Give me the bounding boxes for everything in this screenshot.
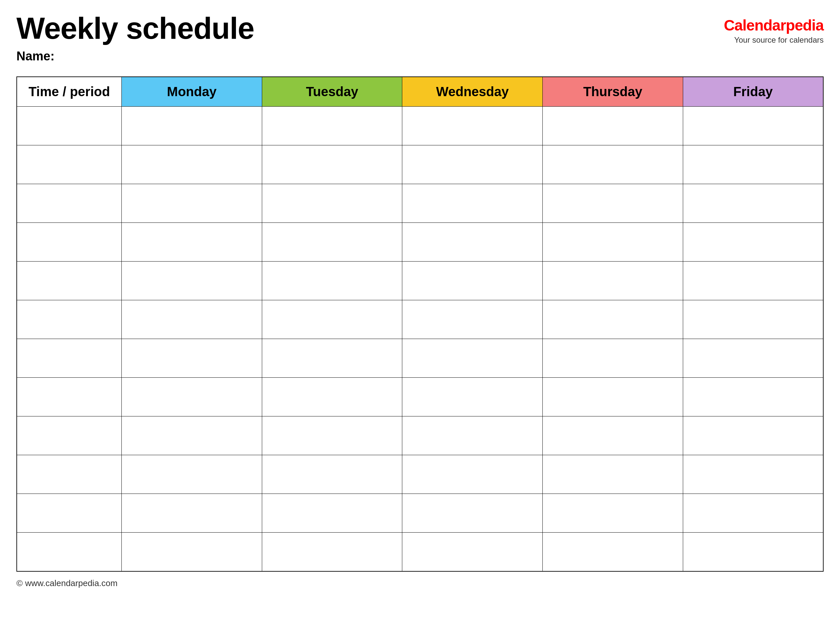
footer-url: © www.calendarpedia.com (16, 578, 117, 588)
cell-row7-col1[interactable] (122, 378, 262, 416)
cell-row2-col2[interactable] (262, 184, 402, 223)
cell-row6-col2[interactable] (262, 339, 402, 378)
cell-row7-col5[interactable] (683, 378, 823, 416)
cell-row8-col1[interactable] (122, 416, 262, 455)
footer: © www.calendarpedia.com (16, 578, 824, 588)
table-row (17, 145, 823, 184)
cell-row10-col1[interactable] (122, 494, 262, 533)
table-row (17, 416, 823, 455)
cell-row5-col0[interactable] (17, 300, 122, 339)
cell-row1-col1[interactable] (122, 145, 262, 184)
cell-row1-col0[interactable] (17, 145, 122, 184)
cell-row11-col5[interactable] (683, 533, 823, 571)
cell-row7-col4[interactable] (543, 378, 683, 416)
cell-row1-col4[interactable] (543, 145, 683, 184)
cell-row9-col0[interactable] (17, 455, 122, 494)
cell-row3-col4[interactable] (543, 223, 683, 262)
cell-row11-col3[interactable] (402, 533, 543, 571)
table-row (17, 533, 823, 571)
table-row (17, 339, 823, 378)
cell-row0-col4[interactable] (543, 107, 683, 145)
table-row (17, 455, 823, 494)
logo-accent: pedia (786, 17, 824, 34)
cell-row4-col2[interactable] (262, 262, 402, 300)
cell-row3-col2[interactable] (262, 223, 402, 262)
cell-row4-col4[interactable] (543, 262, 683, 300)
cell-row11-col0[interactable] (17, 533, 122, 571)
cell-row0-col2[interactable] (262, 107, 402, 145)
cell-row9-col2[interactable] (262, 455, 402, 494)
cell-row7-col3[interactable] (402, 378, 543, 416)
col-header-tuesday: Tuesday (262, 77, 402, 107)
cell-row10-col5[interactable] (683, 494, 823, 533)
cell-row9-col1[interactable] (122, 455, 262, 494)
cell-row6-col1[interactable] (122, 339, 262, 378)
cell-row8-col2[interactable] (262, 416, 402, 455)
cell-row4-col3[interactable] (402, 262, 543, 300)
logo-tagline: Your source for calendars (734, 35, 824, 44)
cell-row9-col4[interactable] (543, 455, 683, 494)
cell-row6-col3[interactable] (402, 339, 543, 378)
cell-row10-col0[interactable] (17, 494, 122, 533)
cell-row5-col4[interactable] (543, 300, 683, 339)
cell-row5-col1[interactable] (122, 300, 262, 339)
table-row (17, 378, 823, 416)
cell-row4-col0[interactable] (17, 262, 122, 300)
cell-row7-col2[interactable] (262, 378, 402, 416)
cell-row11-col1[interactable] (122, 533, 262, 571)
cell-row0-col5[interactable] (683, 107, 823, 145)
cell-row1-col3[interactable] (402, 145, 543, 184)
cell-row6-col0[interactable] (17, 339, 122, 378)
cell-row11-col4[interactable] (543, 533, 683, 571)
cell-row9-col5[interactable] (683, 455, 823, 494)
cell-row2-col3[interactable] (402, 184, 543, 223)
col-header-wednesday: Wednesday (402, 77, 543, 107)
table-header-row: Time / period Monday Tuesday Wednesday T… (17, 77, 823, 107)
cell-row2-col5[interactable] (683, 184, 823, 223)
cell-row7-col0[interactable] (17, 378, 122, 416)
col-header-monday: Monday (122, 77, 262, 107)
cell-row11-col2[interactable] (262, 533, 402, 571)
table-row (17, 494, 823, 533)
logo-text: Calendarpedia (724, 16, 824, 34)
cell-row6-col5[interactable] (683, 339, 823, 378)
schedule-table: Time / period Monday Tuesday Wednesday T… (16, 76, 824, 572)
cell-row2-col0[interactable] (17, 184, 122, 223)
logo-main: Calendar (724, 17, 786, 34)
cell-row3-col0[interactable] (17, 223, 122, 262)
cell-row10-col2[interactable] (262, 494, 402, 533)
cell-row5-col3[interactable] (402, 300, 543, 339)
cell-row10-col4[interactable] (543, 494, 683, 533)
cell-row2-col4[interactable] (543, 184, 683, 223)
logo-area: Calendarpedia Your source for calendars (724, 13, 824, 44)
cell-row10-col3[interactable] (402, 494, 543, 533)
cell-row2-col1[interactable] (122, 184, 262, 223)
table-row (17, 262, 823, 300)
cell-row1-col2[interactable] (262, 145, 402, 184)
table-row (17, 300, 823, 339)
col-header-friday: Friday (683, 77, 823, 107)
cell-row3-col3[interactable] (402, 223, 543, 262)
cell-row5-col2[interactable] (262, 300, 402, 339)
table-row (17, 107, 823, 145)
cell-row4-col1[interactable] (122, 262, 262, 300)
cell-row3-col1[interactable] (122, 223, 262, 262)
cell-row5-col5[interactable] (683, 300, 823, 339)
cell-row6-col4[interactable] (543, 339, 683, 378)
col-header-thursday: Thursday (543, 77, 683, 107)
cell-row0-col3[interactable] (402, 107, 543, 145)
cell-row8-col5[interactable] (683, 416, 823, 455)
cell-row3-col5[interactable] (683, 223, 823, 262)
cell-row1-col5[interactable] (683, 145, 823, 184)
cell-row8-col4[interactable] (543, 416, 683, 455)
col-header-time: Time / period (17, 77, 122, 107)
schedule-body (17, 107, 823, 571)
cell-row9-col3[interactable] (402, 455, 543, 494)
cell-row8-col0[interactable] (17, 416, 122, 455)
title-area: Weekly schedule Name: (16, 13, 254, 63)
table-row (17, 223, 823, 262)
cell-row0-col0[interactable] (17, 107, 122, 145)
cell-row0-col1[interactable] (122, 107, 262, 145)
cell-row4-col5[interactable] (683, 262, 823, 300)
cell-row8-col3[interactable] (402, 416, 543, 455)
